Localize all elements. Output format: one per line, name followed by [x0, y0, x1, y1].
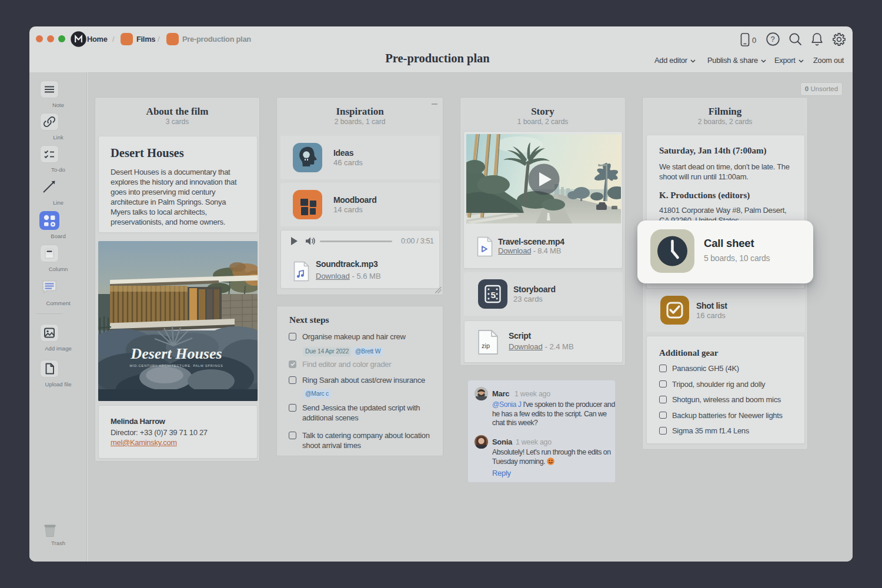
- svg-text:Desert Houses: Desert Houses: [130, 345, 222, 362]
- svg-text:MID-CENTURY ARCHITECTURE. PALM: MID-CENTURY ARCHITECTURE. PALM SPRINGS: [129, 364, 223, 368]
- svg-text:?: ?: [771, 35, 775, 44]
- svg-text:0: 0: [752, 36, 756, 45]
- svg-text:zip: zip: [482, 342, 490, 349]
- svg-text:5: 5: [491, 290, 496, 300]
